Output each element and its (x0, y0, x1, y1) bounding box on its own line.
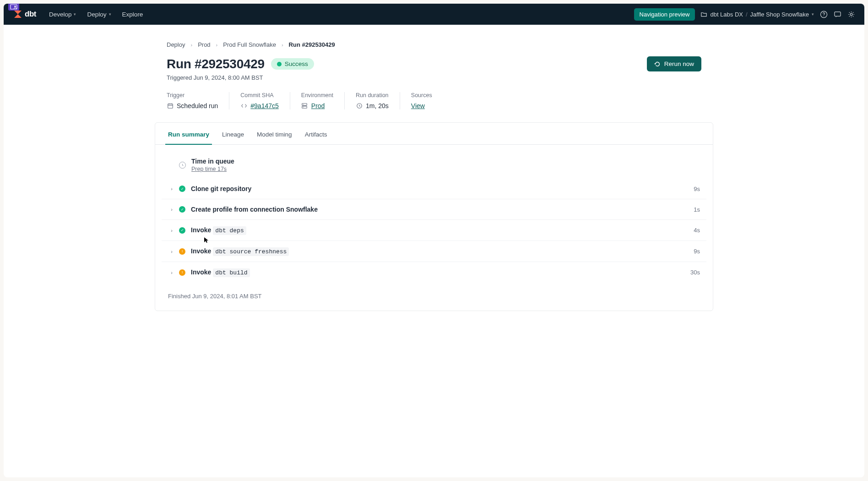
meta-trigger-label: Trigger (167, 92, 218, 98)
svg-point-1 (14, 5, 16, 7)
step-list: Time in queue Prep time 17s ›✓Clone git … (155, 145, 713, 285)
step-duration: 1s (694, 206, 700, 213)
logo-mark-icon (13, 9, 23, 19)
chevron-right-icon[interactable]: › (168, 228, 175, 233)
run-meta: Trigger Scheduled run Commit SHA (167, 92, 701, 109)
breadcrumb-deploy[interactable]: Deploy (167, 41, 185, 48)
browser-tab-icon (8, 4, 19, 11)
refresh-icon (654, 61, 661, 67)
meta-trigger-value: Scheduled run (177, 102, 218, 109)
step-duration: 9s (694, 186, 700, 192)
meta-env-label: Environment (301, 92, 333, 98)
step-title: Invokedbt build (191, 268, 690, 276)
run-summary-panel: Run summary Lineage Model timing Artifac… (155, 122, 713, 311)
tab-run-summary[interactable]: Run summary (168, 131, 209, 144)
nav-develop[interactable]: Develop ▾ (49, 11, 76, 18)
svg-point-13 (303, 107, 304, 107)
svg-rect-10 (302, 104, 307, 105)
chevron-down-icon: ▾ (74, 12, 76, 16)
calendar-icon (167, 103, 174, 109)
panel-tabs: Run summary Lineage Model timing Artifac… (155, 123, 713, 145)
step-title: Invokedbt source freshness (191, 247, 694, 255)
settings-icon[interactable] (847, 10, 855, 18)
breadcrumb-current: Run #292530429 (289, 41, 335, 48)
step-row[interactable]: ›!Invokedbt source freshness9s (162, 241, 706, 262)
step-duration: 4s (694, 227, 700, 234)
breadcrumb: Deploy › Prod › Prod Full Snowflake › Ru… (167, 41, 701, 48)
svg-rect-11 (302, 106, 307, 108)
warning-icon: ! (179, 248, 185, 255)
tab-model-timing[interactable]: Model timing (257, 131, 292, 144)
help-icon[interactable] (819, 10, 828, 18)
page-title: Run #292530429 (167, 57, 265, 71)
nav-items: Develop ▾ Deploy ▾ Explore (49, 11, 143, 18)
clock-icon (356, 103, 363, 109)
chevron-right-icon: › (282, 42, 283, 48)
account-project-switcher[interactable]: dbt Labs DX / Jaffle Shop Snowflake ▾ (700, 11, 814, 18)
status-dot-icon (277, 62, 282, 66)
check-icon: ✓ (179, 206, 185, 213)
chevron-right-icon[interactable]: › (168, 186, 175, 191)
queue-title: Time in queue (191, 158, 234, 165)
step-title: Invokedbt deps (191, 226, 694, 234)
chevron-right-icon[interactable]: › (168, 270, 175, 275)
breadcrumb-prod[interactable]: Prod (198, 41, 210, 48)
dbt-logo[interactable]: dbt (13, 9, 36, 19)
svg-rect-4 (834, 11, 840, 16)
step-row[interactable]: ›✓Invokedbt deps4s (162, 220, 706, 241)
finished-timestamp: Finished Jun 9, 2024, 8:01 AM BST (155, 285, 713, 311)
chat-icon[interactable] (833, 10, 841, 18)
environment-link[interactable]: Prod (311, 102, 325, 109)
chevron-right-icon: › (190, 42, 192, 48)
step-duration: 30s (690, 269, 700, 276)
chevron-right-icon[interactable]: › (168, 207, 175, 212)
svg-point-5 (850, 13, 852, 16)
nav-deploy[interactable]: Deploy ▾ (87, 11, 111, 18)
check-icon: ✓ (179, 186, 185, 192)
sources-view-link[interactable]: View (411, 102, 425, 109)
step-title: Create profile from connection Snowflake (191, 206, 694, 213)
meta-duration-label: Run duration (356, 92, 389, 98)
queue-prep-time[interactable]: Prep time 17s (191, 166, 234, 172)
step-row[interactable]: ›!Invokedbt build30s (162, 262, 706, 283)
logo-text: dbt (25, 10, 36, 19)
svg-rect-6 (168, 104, 173, 109)
step-row[interactable]: ›✓Clone git repository9s (162, 179, 706, 199)
step-duration: 9s (694, 248, 700, 255)
meta-duration-value: 1m, 20s (366, 102, 389, 109)
code-icon (240, 103, 247, 109)
warning-icon: ! (179, 269, 185, 276)
meta-sources-label: Sources (411, 92, 432, 98)
clock-small-icon (179, 162, 186, 169)
tab-lineage[interactable]: Lineage (222, 131, 244, 144)
step-row[interactable]: ›✓Create profile from connection Snowfla… (162, 199, 706, 220)
step-title: Clone git repository (191, 185, 694, 192)
tab-artifacts[interactable]: Artifacts (305, 131, 327, 144)
svg-point-3 (823, 16, 824, 16)
chevron-right-icon: › (216, 42, 218, 48)
commit-sha-link[interactable]: #9a147c5 (250, 102, 279, 109)
nav-explore[interactable]: Explore (122, 11, 143, 18)
status-badge: Success (271, 58, 314, 70)
rerun-button[interactable]: Rerun now (647, 56, 701, 71)
top-navigation: dbt Develop ▾ Deploy ▾ Explore Navigatio… (4, 4, 864, 25)
meta-commit-label: Commit SHA (240, 92, 279, 98)
check-icon: ✓ (179, 227, 185, 234)
folder-icon (700, 11, 707, 18)
triggered-timestamp: Triggered Jun 9, 2024, 8:00 AM BST (167, 74, 701, 81)
time-in-queue-row: Time in queue Prep time 17s (162, 153, 706, 179)
svg-point-12 (303, 104, 304, 104)
navigation-preview-button[interactable]: Navigation preview (634, 8, 695, 21)
server-icon (301, 103, 308, 109)
chevron-down-icon: ▾ (109, 12, 111, 16)
chevron-right-icon[interactable]: › (168, 249, 175, 254)
breadcrumb-job[interactable]: Prod Full Snowflake (223, 41, 276, 48)
chevron-down-icon: ▾ (812, 12, 814, 16)
